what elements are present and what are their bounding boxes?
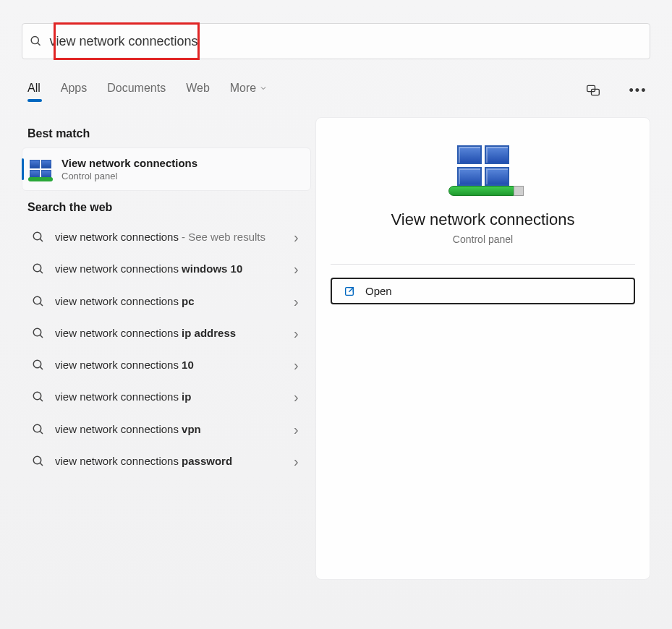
svg-line-7 bbox=[40, 271, 43, 274]
svg-point-18 bbox=[33, 456, 41, 464]
tab-all[interactable]: All bbox=[27, 82, 41, 99]
web-result-label: view network connections ip address bbox=[55, 326, 284, 341]
detail-panel: View network connections Control panel O… bbox=[315, 117, 650, 580]
detail-subtitle: Control panel bbox=[331, 234, 635, 245]
web-result-label: view network connections windows 10 bbox=[55, 262, 284, 276]
chevron-right-icon: › bbox=[294, 358, 301, 372]
search-input[interactable] bbox=[49, 34, 642, 49]
search-bar[interactable] bbox=[22, 23, 650, 59]
tab-more[interactable]: More bbox=[230, 82, 268, 99]
open-external-icon bbox=[344, 286, 355, 297]
chevron-right-icon: › bbox=[294, 262, 301, 276]
control-panel-icon-large bbox=[453, 145, 514, 196]
svg-point-12 bbox=[33, 360, 41, 368]
best-match-result[interactable]: View network connections Control panel bbox=[22, 147, 311, 191]
search-icon bbox=[32, 390, 45, 403]
svg-line-21 bbox=[349, 287, 353, 291]
chevron-right-icon: › bbox=[294, 230, 301, 244]
open-button[interactable]: Open bbox=[331, 278, 635, 304]
svg-point-10 bbox=[33, 328, 41, 336]
results-column: Best match View network connections Cont… bbox=[0, 117, 311, 580]
search-icon bbox=[32, 327, 45, 340]
chevron-right-icon: › bbox=[294, 294, 301, 309]
tab-documents[interactable]: Documents bbox=[107, 82, 166, 99]
chevron-right-icon: › bbox=[294, 454, 301, 468]
best-match-subtitle: Control panel bbox=[61, 171, 197, 181]
chevron-right-icon: › bbox=[294, 422, 301, 437]
tab-apps[interactable]: Apps bbox=[61, 82, 87, 99]
web-result-item[interactable]: view network connections - See web resul… bbox=[22, 221, 311, 253]
control-panel-icon bbox=[30, 160, 51, 179]
detail-divider bbox=[331, 264, 635, 265]
open-button-label: Open bbox=[365, 285, 392, 297]
svg-point-4 bbox=[33, 232, 41, 240]
best-match-title: View network connections bbox=[61, 157, 197, 169]
tab-more-label: More bbox=[230, 82, 256, 95]
web-result-label: view network connections ip bbox=[55, 390, 284, 404]
search-icon bbox=[32, 262, 45, 275]
detail-title: View network connections bbox=[331, 210, 635, 229]
web-result-item[interactable]: view network connections windows 10› bbox=[22, 253, 311, 285]
svg-line-19 bbox=[40, 463, 43, 466]
ellipsis-icon: ••• bbox=[629, 83, 647, 98]
more-options-button[interactable]: ••• bbox=[626, 78, 650, 103]
svg-line-5 bbox=[40, 239, 43, 241]
svg-point-0 bbox=[31, 36, 38, 43]
filter-tabs: All Apps Documents Web More ••• bbox=[27, 78, 650, 103]
section-search-web: Search the web bbox=[27, 201, 305, 214]
search-icon bbox=[32, 295, 45, 308]
web-result-item[interactable]: view network connections 10› bbox=[22, 349, 311, 381]
web-result-item[interactable]: view network connections vpn› bbox=[22, 414, 311, 445]
svg-point-16 bbox=[33, 424, 41, 432]
web-result-label: view network connections 10 bbox=[55, 358, 284, 372]
search-icon bbox=[32, 455, 45, 468]
search-icon bbox=[32, 231, 45, 244]
svg-line-11 bbox=[40, 335, 43, 338]
chevron-right-icon: › bbox=[294, 326, 301, 341]
svg-point-6 bbox=[33, 265, 41, 273]
svg-point-8 bbox=[33, 296, 41, 304]
svg-line-15 bbox=[40, 399, 43, 402]
chevron-right-icon: › bbox=[294, 390, 301, 404]
web-result-label: view network connections pc bbox=[55, 294, 284, 309]
tab-web[interactable]: Web bbox=[186, 82, 210, 99]
chevron-down-icon bbox=[259, 84, 268, 93]
svg-point-14 bbox=[33, 393, 41, 401]
search-icon bbox=[32, 423, 45, 436]
web-results-list: view network connections - See web resul… bbox=[22, 221, 311, 477]
svg-line-1 bbox=[38, 43, 41, 46]
svg-line-17 bbox=[40, 431, 43, 434]
section-best-match: Best match bbox=[27, 127, 305, 140]
web-result-label: view network connections - See web resul… bbox=[55, 230, 284, 244]
search-icon bbox=[32, 359, 45, 372]
chat-icon bbox=[586, 83, 600, 98]
svg-line-13 bbox=[40, 367, 43, 369]
web-result-item[interactable]: view network connections ip› bbox=[22, 381, 311, 413]
svg-line-9 bbox=[40, 303, 43, 306]
web-result-item[interactable]: view network connections ip address› bbox=[22, 317, 311, 349]
search-icon bbox=[30, 35, 42, 48]
chat-icon-button[interactable] bbox=[581, 78, 605, 103]
web-result-item[interactable]: view network connections password› bbox=[22, 445, 311, 477]
web-result-label: view network connections vpn bbox=[55, 422, 284, 437]
start-search-window: All Apps Documents Web More ••• Best mat… bbox=[0, 0, 672, 629]
web-result-item[interactable]: view network connections pc› bbox=[22, 286, 311, 317]
web-result-label: view network connections password bbox=[55, 454, 284, 468]
